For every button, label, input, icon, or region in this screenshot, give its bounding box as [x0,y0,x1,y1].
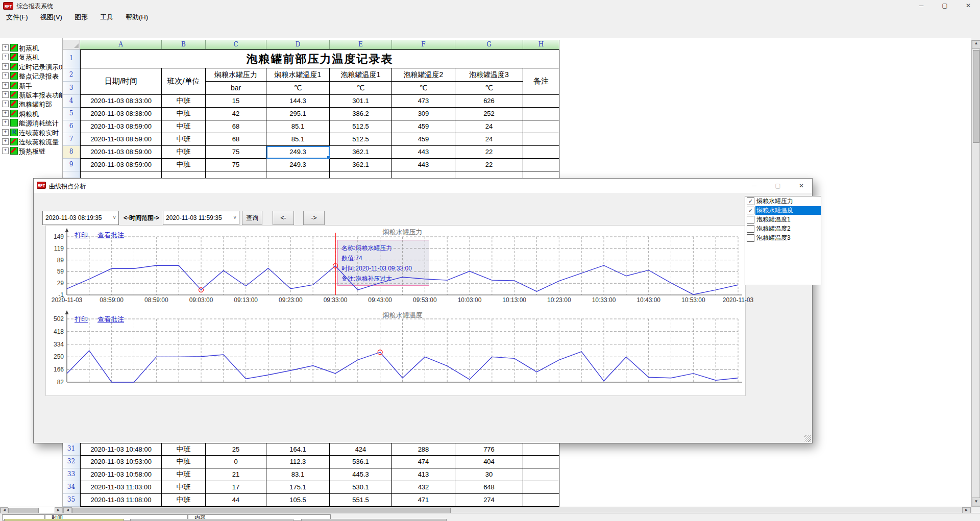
cell-value-r5-c2[interactable]: 386.2 [330,108,392,120]
dialog-close-button[interactable]: ✕ [790,179,813,193]
expand-plus-icon[interactable]: + [2,147,9,154]
cell-shift-r9[interactable]: 中班 [162,159,206,171]
vertical-scrollbar[interactable]: ▲ ▼ [971,40,980,507]
cell-value-r33-c0[interactable]: 21 [206,468,266,481]
cell-value-r32-c3[interactable]: 474 [392,456,455,468]
cell-value-r32-c0[interactable]: 0 [206,456,266,468]
header-unit-1[interactable]: ℃ [266,82,330,95]
cell-value-r32-c2[interactable]: 536.1 [330,456,392,468]
cell-value-r34-c3[interactable]: 432 [392,481,455,494]
expand-plus-icon[interactable]: + [2,54,9,60]
cell-value-r34-c2[interactable]: 530.1 [330,481,392,494]
row-number-10[interactable] [63,171,80,178]
cell-value-r9-c0[interactable]: 75 [206,159,266,171]
series-item-4[interactable]: 泡粮罐温度3 [746,234,821,242]
cell-remark-r31[interactable] [523,443,559,456]
cell-value-r35-c3[interactable]: 471 [392,494,455,507]
menu-item-1[interactable]: 视图(V) [34,11,68,23]
row-number-3[interactable]: 3 [63,82,80,95]
row-number-4[interactable]: 4 [63,95,80,108]
minimize-button[interactable]: ─ [910,0,933,11]
sidebar-item-2[interactable]: +定时记录演示0 [0,62,63,71]
cell-value-r33-c4[interactable]: 30 [455,468,523,481]
cell-value-r7-c3[interactable]: 459 [392,133,455,146]
cell-remark-r6[interactable] [523,120,559,133]
cell-shift-r8[interactable]: 中班 [162,146,206,159]
cell-value-r6-c3[interactable]: 459 [392,120,455,133]
column-header-B[interactable]: B [162,40,206,49]
cell-datetime-r9[interactable]: 2020-11-03 08:59:00 [80,159,162,171]
expand-plus-icon[interactable]: + [2,44,9,51]
cell-shift-r31[interactable]: 中班 [162,443,206,456]
cell-shift-r34[interactable]: 中班 [162,481,206,494]
cell-remark-r9[interactable] [523,159,559,171]
expand-plus-icon[interactable]: + [2,91,9,98]
sidebar-item-9[interactable]: +R连续蒸粮实时 [0,128,63,137]
cell-shift-r7[interactable]: 中班 [162,133,206,146]
cell-datetime-r33[interactable]: 2020-11-03 10:58:00 [80,468,162,481]
chevron-down-icon[interactable]: ˅ [233,211,236,225]
row-number-34[interactable]: 34 [63,481,80,494]
dialog-minimize-button[interactable]: ─ [743,179,766,193]
sidebar-item-6[interactable]: +泡粮罐前部 [0,99,63,108]
row-number-2[interactable]: 2 [63,68,80,82]
cell-value-r8-c3[interactable]: 443 [392,146,455,159]
cell-datetime-r34[interactable]: 2020-11-03 11:03:00 [80,481,162,494]
expand-plus-icon[interactable]: + [2,72,9,79]
scroll-up-button[interactable]: ▲ [972,40,980,49]
row-number-6[interactable]: 6 [63,120,80,133]
sidebar-item-8[interactable]: +能源消耗统计 [0,118,63,127]
cell-value-r9-c1[interactable]: 249.3 [266,159,330,171]
expand-plus-icon[interactable]: + [2,129,9,136]
row-number-7[interactable]: 7 [63,133,80,146]
cell-value-r31-c3[interactable]: 288 [392,443,455,456]
column-header-G[interactable]: G [455,40,523,49]
header-name-4[interactable]: 泡粮罐温度3 [455,68,523,82]
cell-value-r31-c1[interactable]: 164.1 [266,443,330,456]
selected-cell-outline[interactable] [266,146,330,159]
cell-value-r31-c2[interactable]: 424 [330,443,392,456]
cell-shift-r35[interactable]: 中班 [162,494,206,507]
series-item-1[interactable]: ✓焖粮水罐温度 [746,206,821,215]
expand-plus-icon[interactable]: + [2,110,9,117]
cell-value-r6-c1[interactable]: 85.1 [266,120,330,133]
cell-datetime-r31[interactable]: 2020-11-03 10:48:00 [80,443,162,456]
cell-value-r9-c2[interactable]: 362.1 [330,159,392,171]
sidebar-item-5[interactable]: +新版本报表功能 [0,90,63,99]
next-button[interactable]: -> [303,211,325,225]
cell-datetime-r32[interactable]: 2020-11-03 10:53:00 [80,456,162,468]
sidebar-item-11[interactable]: +预热板链 [0,146,63,155]
cell-value-r9-c3[interactable]: 443 [392,159,455,171]
cell-value-r32-c4[interactable]: 404 [455,456,523,468]
header-unit-2[interactable]: ℃ [330,82,392,95]
series-item-2[interactable]: 泡粮罐温度1 [746,215,821,224]
sidebar-item-4[interactable]: +新手 [0,81,63,90]
cell-datetime-r6[interactable]: 2020-11-03 08:59:00 [80,120,162,133]
cell-remark-r5[interactable] [523,108,559,120]
cell-value-r9-c4[interactable]: 22 [455,159,523,171]
cell-value-r5-c4[interactable]: 252 [455,108,523,120]
cell-value-r5-c3[interactable]: 309 [392,108,455,120]
cell-shift-r4[interactable]: 中班 [162,95,206,108]
sheet-corner-cell[interactable] [63,40,80,49]
cell-value-r31-c4[interactable]: 776 [455,443,523,456]
cell-shift-r6[interactable]: 中班 [162,120,206,133]
expand-plus-icon[interactable]: + [2,63,9,70]
header-unit-4[interactable]: ℃ [455,82,523,95]
cell-value-r4-c2[interactable]: 301.1 [330,95,392,108]
sidebar-item-1[interactable]: +复蒸机 [0,52,63,61]
dialog-time-from-combo[interactable]: 2020-11-03 08:19:35˅ [42,211,119,225]
cell-value-r32-c1[interactable]: 112.3 [266,456,330,468]
cell-datetime-r35[interactable]: 2020-11-03 11:08:00 [80,494,162,507]
cell-shift-r5[interactable]: 中班 [162,108,206,120]
checkbox-checked-icon[interactable]: ✓ [747,197,754,205]
cell-value-r5-c0[interactable]: 42 [206,108,266,120]
cell-remark-r33[interactable] [523,468,559,481]
column-header-D[interactable]: D [266,40,330,49]
header-unit-3[interactable]: ℃ [392,82,455,95]
column-header-A[interactable]: A [80,40,162,49]
vertical-scroll-thumb[interactable] [973,50,979,143]
cell-value-r6-c0[interactable]: 68 [206,120,266,133]
menu-item-2[interactable]: 图形 [68,11,94,23]
cell-value-r5-c1[interactable]: 295.1 [266,108,330,120]
